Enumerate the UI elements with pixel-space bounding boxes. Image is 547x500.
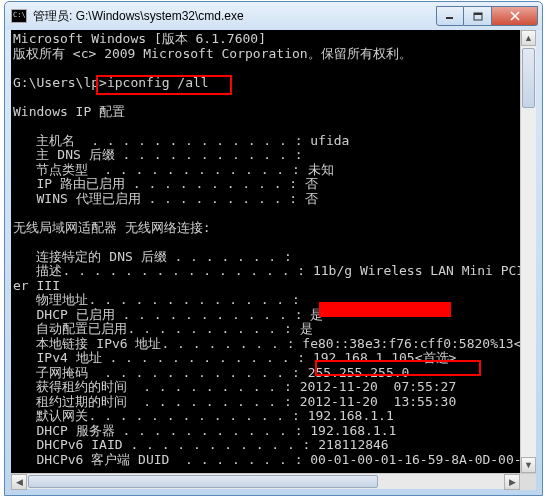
cmd-window: 管理员: G:\Windows\system32\cmd.exe Microso… [4,1,543,496]
banner-line: Microsoft Windows [版本 6.1.7600] [13,32,536,47]
ipv6-linklocal-row: 本地链接 IPv6 地址. . . . . . . . : fe80::38e3… [13,337,536,352]
ip-routing-value: 否 [305,176,318,191]
ipv4-row: IPv4 地址 . . . . . . . . . . . . : 192.16… [13,351,536,366]
autoconfig-row: 自动配置已启用. . . . . . . . . . : 是 [13,322,536,337]
lease-obtained-value: 2012-11-20 07:55:27 [300,379,457,394]
dhcp-enabled-row: DHCP 已启用 . . . . . . . . . . . : 是 [13,308,536,323]
lease-obtained-row: 获得租约的时间 . . . . . . . . . : 2012-11-20 0… [13,380,536,395]
scroll-up-button[interactable]: ▲ [521,30,536,46]
gateway-row: 默认网关. . . . . . . . . . . . . : 192.168.… [13,409,536,424]
hostname-value: ufida [310,133,349,148]
description-row: 描述. . . . . . . . . . . . . . . : 11b/g … [13,264,536,279]
mac-row: 物理地址. . . . . . . . . . . . . : [13,293,536,308]
titlebar[interactable]: 管理员: G:\Windows\system32\cmd.exe [5,2,542,30]
scroll-track[interactable] [521,46,536,457]
close-icon [509,11,521,21]
description-row-2: er III [13,279,536,294]
prompt-line: G:\Users\lp>ipconfig /all [13,76,536,91]
scroll-left-button[interactable]: ◀ [11,474,27,490]
scroll-thumb[interactable] [522,48,535,108]
wins-proxy-value: 否 [305,191,318,206]
dhcpv6-iaid-row: DHCPv6 IAID . . . . . . . . . . . : 2181… [13,438,536,453]
console-output[interactable]: Microsoft Windows [版本 6.1.7600]版权所有 <c> … [11,30,536,489]
node-type-value: 未知 [308,162,334,177]
scroll-corner [520,474,536,490]
horizontal-scrollbar[interactable]: ◀ ▶ [11,473,536,489]
close-button[interactable] [492,6,538,26]
lease-expires-value: 2012-11-20 13:55:30 [300,394,457,409]
maximize-button[interactable] [464,6,492,26]
prompt: G:\Users\lp> [13,75,107,90]
lease-expires-row: 租约过期的时间 . . . . . . . . . : 2012-11-20 1… [13,395,536,410]
wins-proxy-row: WINS 代理已启用 . . . . . . . . . : 否 [13,192,536,207]
subnet-row: 子网掩码 . . . . . . . . . . . . : 255.255.2… [13,366,536,381]
minimize-button[interactable] [436,6,464,26]
vertical-scrollbar[interactable]: ▲ ▼ [520,30,536,473]
typed-command: ipconfig /all [107,75,209,90]
adapter-heading: 无线局域网适配器 无线网络连接: [13,221,536,236]
hostname-row: 主机名 . . . . . . . . . . . . . : ufida [13,134,536,149]
description-value: 11b/g Wireless LAN Mini PCI Ex [313,263,536,278]
dhcp-server-row: DHCP 服务器 . . . . . . . . . . . : 192.168… [13,424,536,439]
ipv4-value: 192.168.1.105<首选> [313,350,456,365]
scroll-thumb-h[interactable] [28,475,378,488]
node-type-row: 节点类型 . . . . . . . . . . . . : 未知 [13,163,536,178]
dhcpv6-duid-value: 00-01-00-01-16-59-8A-0D-00-22- [310,452,536,467]
subnet-value: 255.255.255.0 [308,365,410,380]
scroll-down-button[interactable]: ▼ [521,457,536,473]
window-controls [436,6,538,26]
minimize-icon [445,12,455,20]
ip-routing-row: IP 路由已启用 . . . . . . . . . . : 否 [13,177,536,192]
ipv6-linklocal-value: fe80::38e3:f76:cff0:5820%13<首 [302,336,534,351]
dhcp-enabled-value: 是 [310,307,323,322]
conn-dns-row: 连接特定的 DNS 后缀 . . . . . . . : [13,250,536,265]
maximize-icon [473,12,483,21]
cmd-icon [11,9,27,23]
dhcpv6-duid-row: DHCPv6 客户端 DUID . . . . . . . : 00-01-00… [13,453,536,468]
ip-config-heading: Windows IP 配置 [13,105,536,120]
scroll-right-button[interactable]: ▶ [504,474,520,490]
window-title: 管理员: G:\Windows\system32\cmd.exe [33,8,436,25]
dns-suffix-row: 主 DNS 后缀 . . . . . . . . . . . : [13,148,536,163]
dhcp-server-value: 192.168.1.1 [310,423,396,438]
gateway-value: 192.168.1.1 [308,408,394,423]
autoconfig-value: 是 [300,321,313,336]
dhcpv6-iaid-value: 218112846 [318,437,388,452]
copyright-line: 版权所有 <c> 2009 Microsoft Corporation。保留所有… [13,47,536,62]
